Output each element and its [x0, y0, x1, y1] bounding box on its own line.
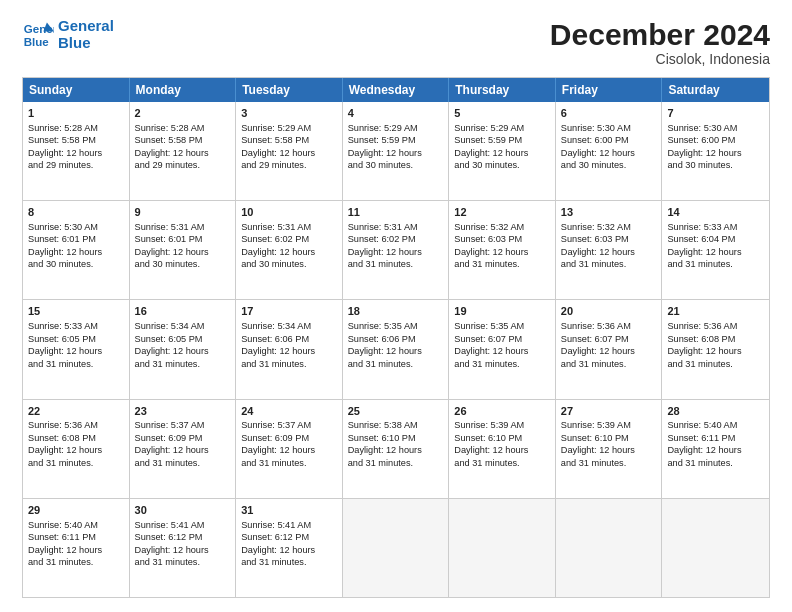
day-info-line: and 31 minutes. [348, 358, 444, 370]
day-number: 30 [135, 503, 231, 518]
day-info-line: Daylight: 12 hours [348, 246, 444, 258]
day-info-line: and 30 minutes. [135, 258, 231, 270]
day-info-line: Daylight: 12 hours [348, 147, 444, 159]
day-info-line: Sunset: 6:03 PM [561, 233, 657, 245]
day-info-line: Sunrise: 5:32 AM [454, 221, 550, 233]
day-info-line: and 31 minutes. [667, 358, 764, 370]
calendar-cell: 3Sunrise: 5:29 AMSunset: 5:58 PMDaylight… [236, 102, 343, 200]
day-info-line: Sunrise: 5:32 AM [561, 221, 657, 233]
calendar-header-cell: Friday [556, 78, 663, 102]
day-info-line: Daylight: 12 hours [28, 444, 124, 456]
calendar-header-cell: Thursday [449, 78, 556, 102]
day-info-line: Sunrise: 5:29 AM [241, 122, 337, 134]
day-info-line: and 30 minutes. [454, 159, 550, 171]
calendar-cell [662, 499, 769, 597]
day-number: 20 [561, 304, 657, 319]
day-info-line: Sunset: 5:59 PM [454, 134, 550, 146]
calendar-cell: 17Sunrise: 5:34 AMSunset: 6:06 PMDayligh… [236, 300, 343, 398]
day-number: 15 [28, 304, 124, 319]
calendar-row: 29Sunrise: 5:40 AMSunset: 6:11 PMDayligh… [23, 499, 769, 597]
day-number: 23 [135, 404, 231, 419]
calendar-cell: 26Sunrise: 5:39 AMSunset: 6:10 PMDayligh… [449, 400, 556, 498]
day-info-line: Sunset: 5:59 PM [348, 134, 444, 146]
day-info-line: Sunset: 6:05 PM [28, 333, 124, 345]
day-info-line: and 31 minutes. [561, 258, 657, 270]
day-info-line: and 31 minutes. [28, 556, 124, 568]
day-info-line: Sunrise: 5:36 AM [667, 320, 764, 332]
day-number: 7 [667, 106, 764, 121]
day-info-line: and 31 minutes. [667, 258, 764, 270]
calendar-row: 22Sunrise: 5:36 AMSunset: 6:08 PMDayligh… [23, 400, 769, 499]
day-info-line: Daylight: 12 hours [135, 544, 231, 556]
day-info-line: Sunrise: 5:35 AM [454, 320, 550, 332]
day-info-line: Sunrise: 5:30 AM [28, 221, 124, 233]
day-info-line: Daylight: 12 hours [454, 444, 550, 456]
calendar-cell: 12Sunrise: 5:32 AMSunset: 6:03 PMDayligh… [449, 201, 556, 299]
calendar-header-cell: Saturday [662, 78, 769, 102]
day-number: 12 [454, 205, 550, 220]
day-info-line: Sunset: 6:10 PM [454, 432, 550, 444]
calendar-cell: 29Sunrise: 5:40 AMSunset: 6:11 PMDayligh… [23, 499, 130, 597]
calendar-header-cell: Tuesday [236, 78, 343, 102]
calendar-row: 8Sunrise: 5:30 AMSunset: 6:01 PMDaylight… [23, 201, 769, 300]
day-number: 5 [454, 106, 550, 121]
calendar-header-cell: Sunday [23, 78, 130, 102]
calendar-cell: 24Sunrise: 5:37 AMSunset: 6:09 PMDayligh… [236, 400, 343, 498]
day-info-line: Sunrise: 5:38 AM [348, 419, 444, 431]
calendar-cell: 13Sunrise: 5:32 AMSunset: 6:03 PMDayligh… [556, 201, 663, 299]
calendar-cell: 25Sunrise: 5:38 AMSunset: 6:10 PMDayligh… [343, 400, 450, 498]
day-info-line: and 31 minutes. [241, 457, 337, 469]
day-info-line: and 31 minutes. [135, 556, 231, 568]
logo-line2: Blue [58, 35, 114, 52]
day-number: 24 [241, 404, 337, 419]
day-number: 3 [241, 106, 337, 121]
day-info-line: Daylight: 12 hours [667, 345, 764, 357]
day-number: 31 [241, 503, 337, 518]
day-info-line: and 31 minutes. [454, 457, 550, 469]
calendar-cell: 20Sunrise: 5:36 AMSunset: 6:07 PMDayligh… [556, 300, 663, 398]
day-info-line: and 31 minutes. [348, 258, 444, 270]
day-number: 8 [28, 205, 124, 220]
day-info-line: Sunrise: 5:33 AM [28, 320, 124, 332]
day-info-line: and 31 minutes. [241, 358, 337, 370]
day-number: 27 [561, 404, 657, 419]
day-info-line: Daylight: 12 hours [135, 345, 231, 357]
day-number: 16 [135, 304, 231, 319]
day-info-line: Sunset: 6:00 PM [561, 134, 657, 146]
day-info-line: Sunrise: 5:35 AM [348, 320, 444, 332]
logo: General Blue General Blue [22, 18, 114, 51]
calendar-cell: 4Sunrise: 5:29 AMSunset: 5:59 PMDaylight… [343, 102, 450, 200]
day-info-line: Sunrise: 5:30 AM [561, 122, 657, 134]
day-info-line: and 30 minutes. [561, 159, 657, 171]
day-info-line: Sunrise: 5:29 AM [348, 122, 444, 134]
day-info-line: Sunrise: 5:34 AM [135, 320, 231, 332]
day-info-line: Daylight: 12 hours [561, 246, 657, 258]
page: General Blue General Blue December 2024 … [0, 0, 792, 612]
day-info-line: and 31 minutes. [135, 457, 231, 469]
day-number: 21 [667, 304, 764, 319]
calendar-cell: 2Sunrise: 5:28 AMSunset: 5:58 PMDaylight… [130, 102, 237, 200]
day-info-line: and 29 minutes. [28, 159, 124, 171]
day-info-line: Daylight: 12 hours [135, 444, 231, 456]
day-info-line: and 31 minutes. [28, 457, 124, 469]
page-subtitle: Cisolok, Indonesia [550, 51, 770, 67]
day-info-line: and 31 minutes. [241, 556, 337, 568]
calendar-cell: 22Sunrise: 5:36 AMSunset: 6:08 PMDayligh… [23, 400, 130, 498]
day-info-line: Sunset: 6:12 PM [241, 531, 337, 543]
day-number: 28 [667, 404, 764, 419]
day-info-line: Sunrise: 5:37 AM [135, 419, 231, 431]
day-info-line: Sunrise: 5:34 AM [241, 320, 337, 332]
calendar-cell: 14Sunrise: 5:33 AMSunset: 6:04 PMDayligh… [662, 201, 769, 299]
day-info-line: Sunset: 6:10 PM [348, 432, 444, 444]
page-title: December 2024 [550, 18, 770, 51]
day-info-line: and 31 minutes. [561, 358, 657, 370]
day-info-line: Sunrise: 5:37 AM [241, 419, 337, 431]
day-info-line: Daylight: 12 hours [28, 544, 124, 556]
calendar-cell: 16Sunrise: 5:34 AMSunset: 6:05 PMDayligh… [130, 300, 237, 398]
day-info-line: Daylight: 12 hours [241, 444, 337, 456]
day-info-line: Daylight: 12 hours [667, 147, 764, 159]
day-info-line: Daylight: 12 hours [28, 147, 124, 159]
calendar-cell [343, 499, 450, 597]
calendar-cell: 1Sunrise: 5:28 AMSunset: 5:58 PMDaylight… [23, 102, 130, 200]
calendar-cell: 7Sunrise: 5:30 AMSunset: 6:00 PMDaylight… [662, 102, 769, 200]
